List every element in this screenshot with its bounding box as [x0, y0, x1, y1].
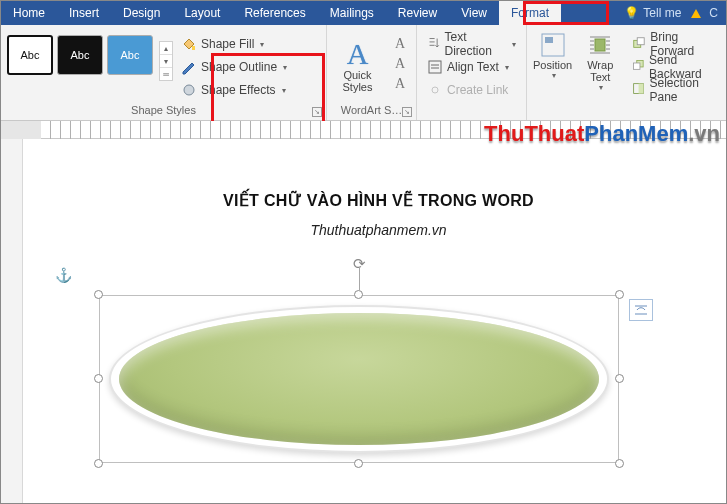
tab-design[interactable]: Design: [111, 1, 172, 25]
link-icon: [427, 82, 443, 98]
watermark: ThuThuatPhanMem.vn: [484, 121, 720, 147]
quick-styles-button[interactable]: A Quick Styles: [331, 35, 384, 93]
effects-icon: [181, 82, 197, 98]
group-text: Text Direction▾ Align Text▾ Create Link: [417, 25, 527, 120]
tell-me-search[interactable]: 💡 Tell me C: [616, 1, 726, 25]
text-outline-button[interactable]: A: [390, 55, 410, 73]
group-label-wordart: WordArt S… ↘: [327, 102, 416, 120]
resize-handle[interactable]: [94, 459, 103, 468]
lightbulb-icon: 💡: [624, 6, 639, 20]
shape-style-gallery[interactable]: Abc Abc Abc ▴▾═: [7, 29, 173, 81]
selection-pane-button[interactable]: Selection Pane: [628, 79, 720, 101]
shape-style-preset-2[interactable]: Abc: [57, 35, 103, 75]
svg-rect-9: [634, 63, 640, 69]
page[interactable]: VIẾT CHỮ VÀO HÌNH VẼ TRONG WORD Thuthuat…: [31, 139, 726, 503]
dialog-launcher-icon[interactable]: ↘: [402, 107, 412, 117]
tab-view[interactable]: View: [449, 1, 499, 25]
selected-shape[interactable]: ⟳: [99, 295, 619, 463]
wordart-a-icon: A: [345, 37, 371, 69]
document-subtitle: Thuthuatphanmem.vn: [31, 222, 726, 238]
position-icon: [539, 31, 567, 59]
tab-mailings[interactable]: Mailings: [318, 1, 386, 25]
text-effects-button[interactable]: A: [390, 75, 410, 93]
send-backward-icon: [632, 59, 645, 75]
tab-review[interactable]: Review: [386, 1, 449, 25]
resize-handle[interactable]: [94, 374, 103, 383]
tab-references[interactable]: References: [232, 1, 317, 25]
vertical-ruler[interactable]: [1, 139, 23, 503]
group-shape-styles: Abc Abc Abc ▴▾═ Shape Fill▾ Shape Outlin…: [1, 25, 327, 120]
gallery-more-button[interactable]: ▴▾═: [159, 41, 173, 81]
resize-handle[interactable]: [615, 374, 624, 383]
layout-options-icon: [633, 303, 649, 317]
bring-forward-button[interactable]: Bring Forward: [628, 33, 720, 55]
svg-rect-5: [595, 39, 605, 51]
bucket-icon: [181, 36, 197, 52]
svg-rect-7: [638, 38, 645, 45]
tab-format[interactable]: Format: [499, 1, 561, 25]
shape-style-preset-3[interactable]: Abc: [107, 35, 153, 75]
shape-outline-button[interactable]: Shape Outline▾: [177, 56, 291, 78]
shape-effects-button[interactable]: Shape Effects▾: [177, 79, 291, 101]
resize-handle[interactable]: [615, 459, 624, 468]
align-text-button[interactable]: Align Text▾: [423, 56, 520, 78]
align-text-icon: [427, 59, 443, 75]
anchor-icon: ⚓: [55, 267, 72, 283]
tab-insert[interactable]: Insert: [57, 1, 111, 25]
bring-forward-icon: [632, 36, 646, 52]
shape-style-preset-1[interactable]: Abc: [7, 35, 53, 75]
text-fill-button[interactable]: A: [390, 35, 410, 53]
group-label-shape-styles: Shape Styles ↘: [1, 102, 326, 120]
shape-fill-button[interactable]: Shape Fill▾: [177, 33, 291, 55]
svg-rect-11: [639, 84, 644, 94]
svg-rect-0: [192, 46, 195, 50]
ribbon-tabs: Home Insert Design Layout References Mai…: [1, 1, 726, 25]
create-link-button[interactable]: Create Link: [423, 79, 520, 101]
resize-handle[interactable]: [94, 290, 103, 299]
warning-icon: [691, 9, 701, 18]
svg-rect-2: [429, 61, 441, 73]
selection-pane-icon: [632, 82, 645, 98]
text-direction-icon: [427, 36, 441, 52]
document-area: VIẾT CHỮ VÀO HÌNH VẼ TRONG WORD Thuthuat…: [1, 139, 726, 503]
svg-rect-4: [545, 37, 553, 43]
svg-point-1: [184, 85, 194, 95]
text-direction-button[interactable]: Text Direction▾: [423, 33, 520, 55]
group-arrange: Position▾ Wrap Text▾ Bring Forward Send …: [527, 25, 726, 120]
layout-options-button[interactable]: [629, 299, 653, 321]
resize-handle[interactable]: [354, 290, 363, 299]
pen-icon: [181, 59, 197, 75]
wrap-text-icon: [586, 31, 614, 59]
send-backward-button[interactable]: Send Backward: [628, 56, 720, 78]
position-button[interactable]: Position▾: [533, 29, 572, 80]
resize-handle[interactable]: [615, 290, 624, 299]
tab-home[interactable]: Home: [1, 1, 57, 25]
group-wordart-styles: A Quick Styles A A A WordArt S… ↘: [327, 25, 417, 120]
wrap-text-button[interactable]: Wrap Text▾: [580, 29, 620, 92]
document-title: VIẾT CHỮ VÀO HÌNH VẼ TRONG WORD: [31, 191, 726, 210]
resize-handle[interactable]: [354, 459, 363, 468]
tab-layout[interactable]: Layout: [172, 1, 232, 25]
dialog-launcher-icon[interactable]: ↘: [312, 107, 322, 117]
ribbon: Abc Abc Abc ▴▾═ Shape Fill▾ Shape Outlin…: [1, 25, 726, 121]
